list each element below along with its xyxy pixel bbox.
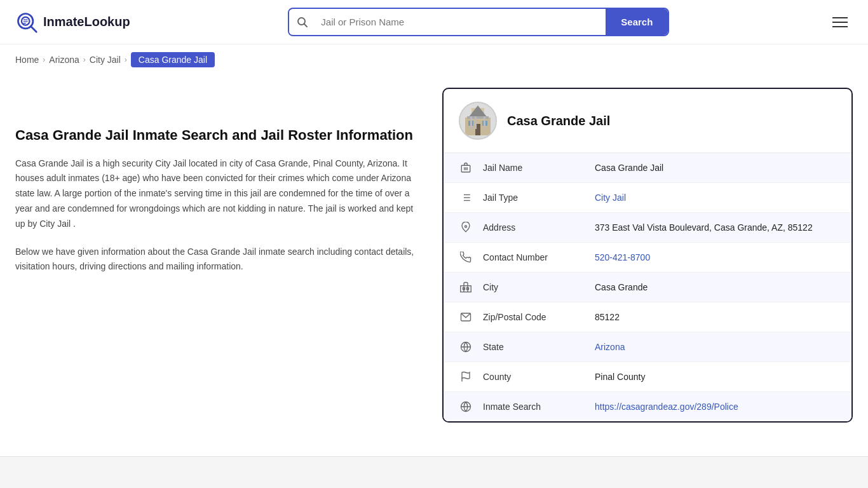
hamburger-line3 bbox=[832, 26, 848, 27]
list-icon bbox=[459, 192, 473, 203]
info-row: StateArizona bbox=[444, 332, 851, 362]
svg-rect-4 bbox=[24, 21, 28, 22]
search-input[interactable] bbox=[316, 10, 606, 34]
chevron-icon: › bbox=[43, 55, 45, 64]
row-value: Casa Grande Jail bbox=[595, 163, 663, 173]
breadcrumb-home[interactable]: Home bbox=[15, 55, 39, 65]
info-row: Zip/Postal Code85122 bbox=[444, 302, 851, 332]
info-row: Jail NameCasa Grande Jail bbox=[444, 153, 851, 183]
search-icon bbox=[289, 10, 316, 34]
row-value: Pinal County bbox=[595, 372, 645, 382]
svg-rect-29 bbox=[461, 286, 471, 292]
svg-rect-3 bbox=[24, 19, 28, 20]
info-row: Address373 East Val Vista Boulevard, Cas… bbox=[444, 213, 851, 243]
row-value[interactable]: City Jail bbox=[595, 193, 626, 203]
info-row: Contact Number520-421-8700 bbox=[444, 243, 851, 273]
svg-rect-15 bbox=[470, 116, 472, 129]
breadcrumb-current: Casa Grande Jail bbox=[131, 52, 215, 67]
menu-button[interactable] bbox=[827, 12, 853, 32]
logo-icon bbox=[15, 11, 38, 34]
row-label: Address bbox=[483, 222, 585, 233]
hamburger-line2 bbox=[832, 22, 848, 23]
phone-icon bbox=[459, 252, 473, 263]
building-icon bbox=[459, 162, 473, 173]
info-row: Inmate Searchhttps://casagrandeaz.gov/28… bbox=[444, 392, 851, 421]
page-title: Casa Grande Jail Inmate Search and Jail … bbox=[15, 126, 422, 145]
row-value[interactable]: Arizona bbox=[595, 342, 625, 352]
search-wrapper: Search bbox=[288, 8, 669, 36]
main-content: Casa Grande Jail Inmate Search and Jail … bbox=[0, 75, 868, 456]
row-value: 373 East Val Vista Boulevard, Casa Grand… bbox=[595, 222, 813, 233]
row-label: Jail Type bbox=[483, 193, 585, 203]
row-label: Inmate Search bbox=[483, 402, 585, 412]
site-logo[interactable]: InmateLookup bbox=[15, 11, 130, 34]
globe-icon bbox=[459, 341, 473, 353]
svg-marker-10 bbox=[468, 105, 487, 118]
row-label: State bbox=[483, 342, 585, 352]
row-link[interactable]: Arizona bbox=[595, 342, 625, 352]
row-link[interactable]: City Jail bbox=[595, 193, 626, 203]
pin-icon bbox=[459, 222, 473, 233]
right-column: Casa Grande Jail Jail NameCasa Grande Ja… bbox=[442, 88, 853, 431]
jail-avatar bbox=[459, 102, 497, 140]
site-name: InmateLookup bbox=[43, 15, 130, 29]
row-label: City bbox=[483, 282, 585, 292]
left-column: Casa Grande Jail Inmate Search and Jail … bbox=[15, 88, 422, 431]
chevron-icon: › bbox=[83, 55, 86, 64]
breadcrumb-city-jail[interactable]: City Jail bbox=[90, 55, 121, 65]
row-label: Jail Name bbox=[483, 163, 585, 173]
search-button[interactable]: Search bbox=[606, 9, 668, 35]
breadcrumb-arizona[interactable]: Arizona bbox=[49, 55, 79, 65]
row-value[interactable]: https://casagrandeaz.gov/289/Police bbox=[595, 402, 738, 412]
info-row: CityCasa Grande bbox=[444, 273, 851, 302]
flag-icon bbox=[459, 371, 473, 383]
row-label: Contact Number bbox=[483, 252, 585, 262]
jail-image bbox=[462, 105, 494, 137]
info-card: Casa Grande Jail Jail NameCasa Grande Ja… bbox=[442, 88, 853, 423]
svg-rect-16 bbox=[475, 116, 477, 129]
breadcrumb: Home › Arizona › City Jail › Casa Grande… bbox=[0, 44, 868, 75]
svg-line-7 bbox=[304, 24, 308, 27]
hamburger-line1 bbox=[832, 17, 848, 18]
svg-rect-5 bbox=[24, 22, 27, 23]
chevron-icon: › bbox=[125, 55, 127, 64]
row-link[interactable]: 520-421-8700 bbox=[595, 252, 650, 262]
city-icon bbox=[459, 281, 473, 293]
row-value: Casa Grande bbox=[595, 282, 648, 292]
footer-bar bbox=[0, 456, 868, 488]
header: InmateLookup Search bbox=[0, 0, 868, 44]
card-header: Casa Grande Jail bbox=[444, 89, 851, 153]
info-row: CountyPinal County bbox=[444, 362, 851, 392]
svg-rect-17 bbox=[484, 116, 485, 129]
search-globe-icon bbox=[459, 401, 473, 412]
mail-icon bbox=[459, 311, 473, 323]
row-value: 85122 bbox=[595, 312, 620, 322]
info-rows: Jail NameCasa Grande JailJail TypeCity J… bbox=[444, 153, 851, 421]
svg-line-1 bbox=[31, 26, 36, 32]
search-area: Search bbox=[288, 8, 669, 36]
page-description-1: Casa Grande Jail is a high security City… bbox=[15, 156, 422, 232]
info-row: Jail TypeCity Jail bbox=[444, 183, 851, 213]
row-label: County bbox=[483, 372, 585, 382]
page-description-2: Below we have given information about th… bbox=[15, 245, 422, 275]
svg-point-28 bbox=[465, 226, 467, 227]
row-link[interactable]: https://casagrandeaz.gov/289/Police bbox=[595, 402, 738, 412]
row-label: Zip/Postal Code bbox=[483, 312, 585, 322]
row-value[interactable]: 520-421-8700 bbox=[595, 252, 650, 262]
card-title: Casa Grande Jail bbox=[507, 114, 610, 128]
